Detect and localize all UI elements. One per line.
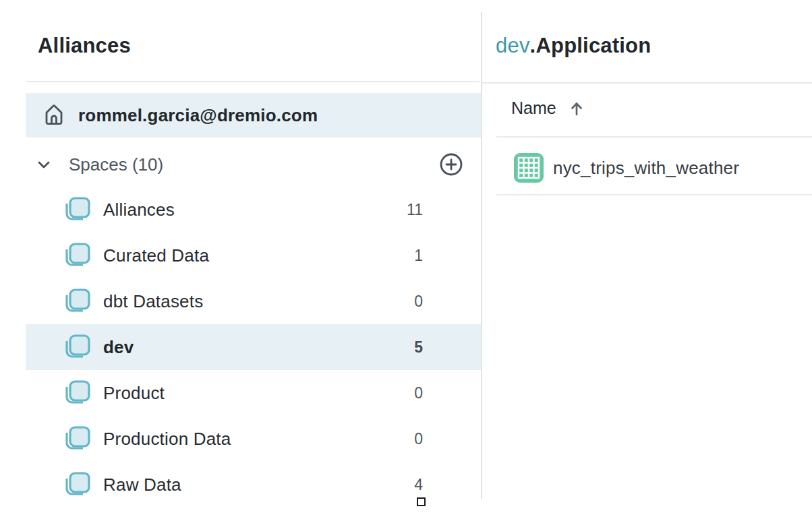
column-header-name[interactable]: Name: [511, 98, 586, 118]
sidebar-item-curated-data[interactable]: Curated Data 1: [26, 233, 481, 278]
dataset-count-badge: 11: [407, 201, 423, 219]
dremio-catalog-screen: Alliances rommel.garcia@dremio.com Space…: [0, 0, 812, 519]
sort-ascending-icon: [567, 99, 586, 118]
dataset-table-icon: [513, 152, 544, 183]
space-icon: [64, 471, 91, 498]
sidebar-item-label: dev: [103, 337, 134, 358]
sidebar-item-dbt-datasets[interactable]: dbt Datasets 0: [26, 278, 481, 324]
column-header-label: Name: [511, 98, 556, 118]
add-space-button[interactable]: [438, 152, 464, 177]
dataset-row[interactable]: nyc_trips_with_weather: [513, 150, 739, 185]
table-header-divider: [496, 136, 812, 138]
sidebar-item-label: Production Data: [103, 429, 231, 450]
breadcrumb-divider: [482, 82, 812, 84]
dataset-count-badge: 1: [414, 247, 423, 265]
sidebar-item-label: Raw Data: [103, 475, 181, 495]
space-icon: [64, 242, 91, 269]
home-item-label: rommel.garcia@dremio.com: [78, 105, 318, 126]
dataset-count-badge: 5: [414, 338, 423, 357]
dataset-count-badge: 0: [414, 384, 423, 402]
space-icon: [64, 425, 91, 452]
table-row-divider: [496, 194, 812, 195]
space-icon: [64, 196, 91, 223]
dataset-count-badge: 4: [414, 476, 423, 494]
sidebar-item-label: Alliances: [103, 200, 175, 220]
sidebar-item-label: Product: [103, 383, 165, 404]
plus-circle-icon: [438, 152, 464, 177]
spaces-header-label: Spaces (10): [69, 154, 438, 175]
spaces-header[interactable]: Spaces (10): [26, 146, 481, 183]
dataset-count-badge: 0: [414, 430, 423, 448]
dataset-name: nyc_trips_with_weather: [553, 158, 739, 179]
dataset-count-badge: 0: [414, 293, 423, 311]
sidebar-item-label: dbt Datasets: [103, 291, 203, 312]
space-icon: [64, 379, 91, 406]
sidebar-title: Alliances: [38, 34, 131, 58]
breadcrumb-space-link[interactable]: dev: [496, 34, 530, 57]
sidebar-item-dev[interactable]: dev 5: [26, 324, 481, 370]
sidebar-item-production-data[interactable]: Production Data 0: [26, 416, 481, 462]
sidebar-item-product[interactable]: Product 0: [26, 370, 481, 416]
sidebar-item-label: Curated Data: [103, 245, 209, 266]
space-icon: [64, 288, 91, 315]
chevron-down-icon[interactable]: [35, 156, 53, 173]
small-square-marker: [417, 497, 426, 506]
breadcrumb: dev.Application: [496, 34, 651, 58]
home-item[interactable]: rommel.garcia@dremio.com: [26, 93, 481, 138]
sidebar-title-divider: [26, 81, 480, 82]
home-icon: [42, 101, 66, 129]
spaces-list: Alliances 11 Curated Data 1 dbt Datasets: [26, 187, 481, 508]
space-icon: [64, 334, 91, 361]
breadcrumb-dataset: Application: [535, 34, 651, 57]
panel-divider: [481, 12, 482, 499]
sidebar-item-alliances[interactable]: Alliances 11: [26, 187, 481, 233]
sidebar-item-raw-data[interactable]: Raw Data 4: [26, 462, 481, 508]
